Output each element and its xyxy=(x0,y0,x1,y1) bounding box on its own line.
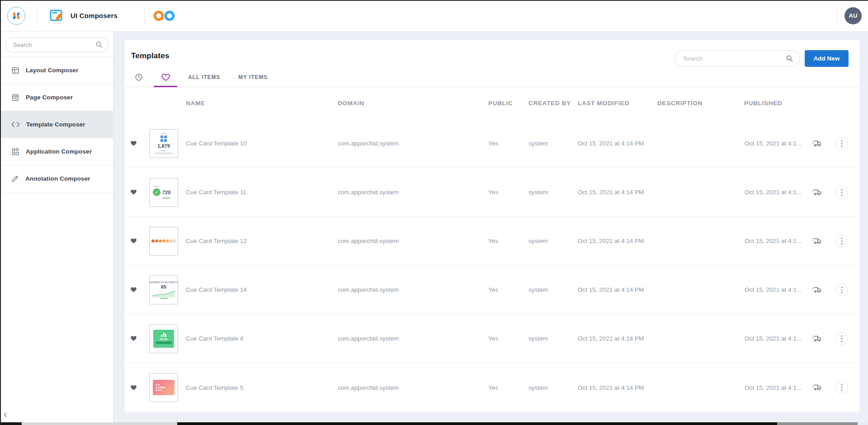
more-menu-icon[interactable] xyxy=(835,186,848,199)
table-row[interactable]: 120 GBCue Card Template 4com.apporchid.s… xyxy=(125,314,859,363)
sidebar-item-application-composer[interactable]: Application Composer xyxy=(0,138,113,165)
favorite-cell xyxy=(125,238,149,244)
thumbnail-cell: NUMBER OF INCIDENTS65 xyxy=(149,276,178,304)
publish-truck-icon[interactable] xyxy=(812,140,822,148)
row-actions xyxy=(807,137,859,150)
sidebar-search-input[interactable] xyxy=(13,42,95,48)
sidebar-collapse-button[interactable]: ‹ xyxy=(4,410,7,420)
public-cell: Yes xyxy=(488,335,528,342)
row-actions xyxy=(807,186,859,199)
domain-cell: com.apporchid.system xyxy=(338,384,488,391)
table-header: NAMEDOMAINPUBLICCREATED BYLAST MODIFIEDD… xyxy=(125,87,859,119)
window-left-edge xyxy=(0,0,1,425)
favorite-heart-icon[interactable] xyxy=(130,189,137,195)
sidebar-item-layout-composer[interactable]: Layout Composer xyxy=(0,57,113,84)
heart-icon xyxy=(161,74,170,81)
publish-truck-icon[interactable] xyxy=(812,335,822,343)
column-header-name: NAME xyxy=(178,100,338,107)
row-actions xyxy=(807,381,859,394)
tab-favorites[interactable] xyxy=(154,68,177,87)
publish-truck-icon[interactable] xyxy=(812,188,822,196)
row-actions xyxy=(807,332,859,345)
column-header-created-by: CREATED BY xyxy=(528,100,578,107)
name-cell: Cue Card Template 12 xyxy=(178,238,338,244)
name-cell: Cue Card Template 5 xyxy=(178,384,338,391)
column-header-domain: DOMAIN xyxy=(338,100,488,107)
table-row[interactable]: $ 13000Cue Card Template 5com.apporchid.… xyxy=(125,363,859,412)
template-thumbnail: NUMBER OF INCIDENTS65 xyxy=(149,276,178,304)
user-avatar[interactable]: AU xyxy=(844,7,862,24)
sidebar-item-label: Application Composer xyxy=(26,148,92,155)
row-actions xyxy=(807,284,859,296)
last-modified-cell: Oct 15, 2021 at 4:14 PM xyxy=(578,286,657,293)
domain-cell: com.apporchid.system xyxy=(338,140,488,147)
created-by-cell: system xyxy=(528,335,578,342)
favorite-heart-icon[interactable] xyxy=(130,336,137,341)
app-launcher-button[interactable] xyxy=(7,7,25,25)
sidebar-item-label: Template Composer xyxy=(26,121,85,128)
template-thumbnail xyxy=(149,227,178,256)
app-orchid-ao-logo xyxy=(153,9,176,22)
templates-search-input[interactable] xyxy=(683,55,786,62)
published-cell: Oct 15, 2021 at 4:1... xyxy=(744,335,807,342)
column-header-last-modified: LAST MODIFIED xyxy=(578,100,657,107)
public-cell: Yes xyxy=(488,286,528,293)
sidebar-item-label: Annotation Composer xyxy=(25,175,90,182)
top-app-bar: UI Composers AU xyxy=(0,0,868,32)
scrollbar-thumb[interactable] xyxy=(177,422,777,425)
template-thumbnail: ✓720 xyxy=(149,178,178,207)
published-cell: Oct 15, 2021 at 4:1... xyxy=(744,286,807,293)
domain-cell: com.apporchid.system xyxy=(338,238,488,244)
domain-cell: com.apporchid.system xyxy=(338,286,488,293)
layout-icon xyxy=(11,66,19,75)
more-menu-icon[interactable] xyxy=(835,235,848,248)
add-new-button[interactable]: Add New xyxy=(805,50,849,67)
favorite-heart-icon[interactable] xyxy=(130,238,137,244)
favorite-heart-icon[interactable] xyxy=(130,385,137,391)
created-by-cell: system xyxy=(528,286,578,293)
publish-truck-icon[interactable] xyxy=(812,237,822,245)
publish-truck-icon[interactable] xyxy=(812,286,822,294)
table-row[interactable]: ✓720Cue Card Template 11com.apporchid.sy… xyxy=(125,168,859,217)
favorite-heart-icon[interactable] xyxy=(130,140,137,146)
more-menu-icon[interactable] xyxy=(835,381,848,394)
public-cell: Yes xyxy=(488,140,528,147)
search-icon xyxy=(95,41,103,48)
scrollbar-segment xyxy=(0,422,22,425)
app-brand: UI Composers xyxy=(49,9,118,23)
more-menu-icon[interactable] xyxy=(835,137,848,150)
tab-my-items[interactable]: MY ITEMS xyxy=(231,68,275,87)
table-row[interactable]: NUMBER OF INCIDENTS65Cue Card Template 1… xyxy=(125,266,859,314)
publish-truck-icon[interactable] xyxy=(812,383,822,392)
tab-recent[interactable] xyxy=(131,68,146,87)
more-menu-icon[interactable] xyxy=(835,332,848,345)
tab-all-items[interactable]: ALL ITEMS xyxy=(181,68,227,87)
created-by-cell: system xyxy=(528,384,578,391)
more-menu-icon[interactable] xyxy=(835,284,848,296)
column-header-description: DESCRIPTION xyxy=(657,100,744,107)
favorite-cell xyxy=(125,189,149,195)
last-modified-cell: Oct 15, 2021 at 4:14 PM xyxy=(578,189,657,196)
column-header-public: PUBLIC xyxy=(488,100,528,107)
thumbnail-cell xyxy=(149,227,178,256)
sidebar-item-template-composer[interactable]: Template Composer xyxy=(0,111,113,138)
horizontal-scrollbar[interactable] xyxy=(0,422,868,425)
application-icon xyxy=(11,148,19,156)
divider xyxy=(145,7,145,24)
page-title: Templates xyxy=(131,51,170,61)
page-icon xyxy=(11,93,19,102)
thumbnail-cell: ✓720 xyxy=(149,178,178,207)
last-modified-cell: Oct 15, 2021 at 4:14 PM xyxy=(578,384,657,391)
published-cell: Oct 15, 2021 at 4:1... xyxy=(744,238,807,244)
table-row[interactable]: Cue Card Template 12com.apporchid.system… xyxy=(125,217,859,266)
favorite-heart-icon[interactable] xyxy=(130,287,137,293)
column-header-published: PUBLISHED xyxy=(744,100,807,107)
sidebar-item-annotation-composer[interactable]: Annotation Composer xyxy=(0,165,113,192)
name-cell: Cue Card Template 10 xyxy=(178,140,338,147)
tabs: ALL ITEMS MY ITEMS xyxy=(125,68,859,87)
table-row[interactable]: 1,879Cue Card Template 10com.apporchid.s… xyxy=(125,119,859,168)
sidebar-item-page-composer[interactable]: Page Composer xyxy=(0,84,113,111)
clock-icon xyxy=(135,73,143,81)
template-thumbnail: 1,879 xyxy=(149,129,178,158)
scrollbar-track xyxy=(22,422,177,425)
